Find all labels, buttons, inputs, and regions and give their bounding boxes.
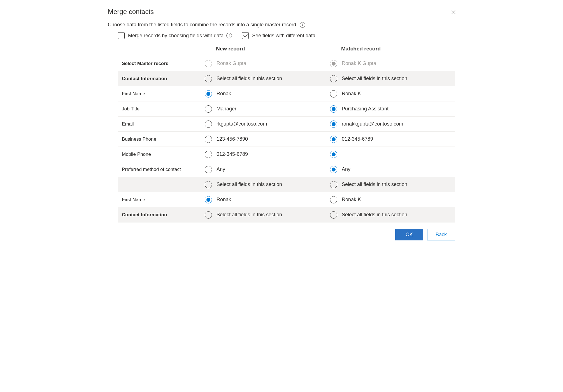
table-row: Job TitleManagerPurchasing Assistant [118, 101, 455, 117]
table-row: Contact InformationSelect all fields in … [118, 207, 455, 222]
info-icon[interactable]: i [300, 22, 305, 28]
dialog-title: Merge contacts [108, 8, 455, 16]
radio-label: Ronak K [342, 91, 361, 97]
radio-label: 012-345-6789 [217, 151, 248, 157]
new-record-cell: Select all fields in this section [205, 208, 330, 221]
back-button[interactable]: Back [427, 229, 455, 240]
radio-label: Ronak K Gupta [342, 61, 376, 66]
header-new-record: New record [205, 46, 330, 52]
dialog-footer: OK Back [108, 222, 455, 240]
merge-contacts-dialog: Merge contacts Choose data from the list… [99, 0, 464, 246]
radio-button[interactable] [205, 75, 212, 82]
radio-button[interactable] [330, 181, 337, 188]
matched-record-cell: Ronak K [330, 87, 455, 100]
table-row: Contact InformationSelect all fields in … [118, 71, 455, 86]
radio-button[interactable] [330, 105, 337, 113]
new-record-cell: Ronak [205, 193, 330, 206]
radio-button[interactable] [330, 136, 337, 143]
close-button[interactable] [449, 8, 458, 17]
table-row: Preferred method of contactAnyAny [118, 162, 455, 177]
row-label: Select Master record [118, 57, 205, 70]
table-row: Emailrkgupta@contoso.comronakkgupta@cont… [118, 117, 455, 132]
new-record-cell: 123-456-7890 [205, 133, 330, 146]
table-row: Mobile Phone012-345-6789 [118, 147, 455, 162]
radio-label: Select all fields in this section [217, 182, 282, 187]
dialog-subtitle: Choose data from the listed fields to co… [108, 22, 297, 28]
radio-label: Any [217, 166, 225, 172]
see-diff-checkbox[interactable]: See fields with different data [242, 32, 315, 39]
header-left [118, 46, 205, 52]
radio-label: ronakkgupta@contoso.com [342, 121, 403, 127]
radio-button[interactable] [205, 120, 212, 128]
new-record-cell: Ronak Gupta [205, 57, 330, 70]
new-record-cell: 012-345-6789 [205, 148, 330, 161]
info-icon[interactable]: i [226, 33, 232, 38]
checkbox-icon [118, 32, 125, 39]
radio-button[interactable] [205, 211, 212, 219]
radio-button[interactable] [330, 211, 337, 219]
matched-record-cell: Select all fields in this section [330, 208, 455, 221]
radio-label: Select all fields in this section [342, 182, 407, 187]
radio-label: Ronak [217, 91, 231, 97]
row-label: First Name [118, 87, 205, 101]
row-label: Mobile Phone [118, 148, 205, 161]
radio-button[interactable] [330, 120, 337, 128]
matched-record-cell: 012-345-6789 [330, 133, 455, 146]
radio-label: Ronak K [342, 197, 361, 203]
matched-record-cell: Ronak K [330, 193, 455, 206]
radio-label: rkgupta@contoso.com [217, 121, 267, 127]
radio-button[interactable] [205, 181, 212, 188]
matched-record-cell: Select all fields in this section [330, 178, 455, 191]
row-label: First Name [118, 193, 205, 207]
checkbox-icon [242, 32, 249, 39]
table-row: First NameRonakRonak K [118, 192, 455, 207]
new-record-cell: Manager [205, 103, 330, 115]
row-label: Job Title [118, 102, 205, 116]
new-record-cell: Any [205, 163, 330, 176]
radio-button[interactable] [205, 105, 212, 113]
table-row: First NameRonakRonak K [118, 86, 455, 101]
close-icon [452, 10, 455, 15]
radio-label: Ronak Gupta [217, 61, 246, 66]
radio-button[interactable] [205, 136, 212, 143]
radio-button[interactable] [330, 90, 337, 98]
radio-button[interactable] [330, 151, 337, 158]
radio-label: Select all fields in this section [342, 212, 407, 218]
new-record-cell: rkgupta@contoso.com [205, 118, 330, 131]
radio-button[interactable] [205, 90, 212, 98]
radio-button [330, 60, 337, 67]
row-label: Email [118, 117, 205, 131]
radio-label: Manager [217, 106, 236, 112]
ok-button[interactable]: OK [395, 229, 423, 240]
row-label: Contact Information [118, 208, 205, 222]
checkbox-label: Merge records by choosing fields with da… [128, 33, 224, 39]
radio-button[interactable] [330, 196, 337, 203]
matched-record-cell: Purchasing Assistant [330, 103, 455, 115]
table-row: Select Master recordRonak GuptaRonak K G… [118, 56, 455, 71]
radio-button[interactable] [330, 166, 337, 173]
table-headers: New record Matched record [118, 44, 455, 56]
radio-button [205, 60, 212, 67]
row-label [118, 181, 205, 189]
new-record-cell: Ronak [205, 87, 330, 100]
matched-record-cell: ronakkgupta@contoso.com [330, 118, 455, 131]
merge-rows-scroll[interactable]: Select Master recordRonak GuptaRonak K G… [118, 56, 455, 222]
table-row: Business Phone123-456-7890012-345-6789 [118, 132, 455, 147]
row-label: Business Phone [118, 133, 205, 146]
radio-label: Select all fields in this section [217, 76, 282, 82]
radio-button[interactable] [205, 151, 212, 158]
radio-button[interactable] [330, 75, 337, 82]
radio-label: Select all fields in this section [342, 76, 407, 82]
radio-label: Any [342, 166, 350, 172]
radio-label: Purchasing Assistant [342, 106, 388, 112]
row-label: Preferred method of contact [118, 163, 205, 176]
dialog-options: Merge records by choosing fields with da… [118, 32, 455, 39]
merge-table: New record Matched record Select Master … [118, 44, 455, 222]
checkbox-label: See fields with different data [252, 33, 315, 39]
merge-by-data-checkbox[interactable]: Merge records by choosing fields with da… [118, 32, 232, 39]
radio-label: Select all fields in this section [217, 212, 282, 218]
matched-record-cell: Any [330, 163, 455, 176]
radio-button[interactable] [205, 166, 212, 173]
radio-button[interactable] [205, 196, 212, 203]
matched-record-cell [330, 148, 455, 161]
